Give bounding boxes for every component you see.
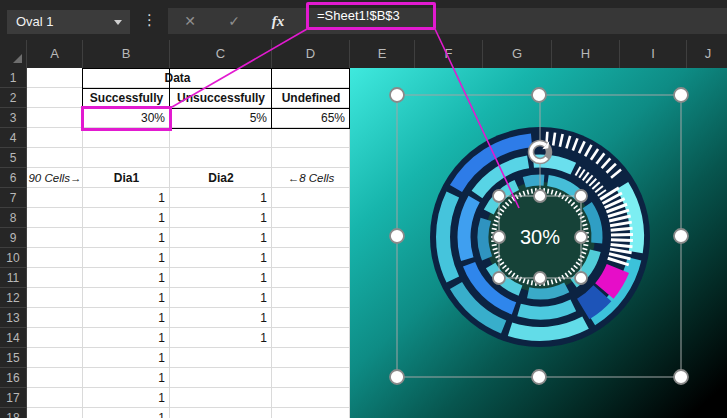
row-header-2[interactable]: 2 [0, 88, 27, 108]
worksheet-grid[interactable]: DataSuccessfullyUnsuccessfullyUndefined3… [27, 68, 350, 418]
row-header-14[interactable]: 14 [0, 328, 27, 348]
cell-C7[interactable]: 1 [170, 188, 272, 208]
gauge-chart-area[interactable]: 30% [350, 68, 727, 418]
select-all-icon [13, 54, 22, 63]
row-header-9[interactable]: 9 [0, 228, 27, 248]
row-header-3[interactable]: 3 [0, 108, 27, 128]
gauge-chart[interactable]: 30% [350, 68, 727, 418]
cell-B6[interactable]: Dia1 [83, 168, 170, 188]
excel-window: Oval 1 ⋮ ✕ ✓ fx =Sheet1!$B$3 ABCDEFGHIJ … [0, 0, 727, 418]
row-header-13[interactable]: 13 [0, 308, 27, 328]
cell-C14[interactable]: 1 [170, 328, 272, 348]
selection-handle[interactable] [390, 229, 404, 243]
selection-handle[interactable] [532, 370, 546, 384]
row-header-11[interactable]: 11 [0, 268, 27, 288]
row-header-8[interactable]: 8 [0, 208, 27, 228]
cell-C9[interactable]: 1 [170, 228, 272, 248]
cell-B16[interactable]: 1 [83, 368, 170, 388]
cell-C13[interactable]: 1 [170, 308, 272, 328]
cell-B12[interactable]: 1 [83, 288, 170, 308]
name-box[interactable]: Oval 1 [7, 10, 130, 34]
formula-bar: Oval 1 ⋮ ✕ ✓ fx =Sheet1!$B$3 [0, 0, 727, 40]
column-header-C[interactable]: C [170, 40, 272, 68]
insert-function-icon[interactable]: fx [264, 8, 292, 34]
column-header-B[interactable]: B [83, 40, 170, 68]
row-header-18[interactable]: 18 [0, 408, 27, 418]
cell-B11[interactable]: 1 [83, 268, 170, 288]
column-header-I[interactable]: I [620, 40, 687, 68]
row-header-7[interactable]: 7 [0, 188, 27, 208]
selection-handle[interactable] [493, 231, 505, 243]
cell-B10[interactable]: 1 [83, 248, 170, 268]
selection-handle[interactable] [534, 272, 546, 284]
column-header-A[interactable]: A [27, 40, 83, 68]
selection-handle[interactable] [493, 190, 505, 202]
selection-handle[interactable] [390, 88, 404, 102]
cell-B14[interactable]: 1 [83, 328, 170, 348]
column-header-G[interactable]: G [483, 40, 552, 68]
selection-handle[interactable] [674, 370, 688, 384]
row-header-16[interactable]: 16 [0, 368, 27, 388]
selection-handle[interactable] [575, 272, 587, 284]
gauge-center-value: 30% [520, 226, 560, 248]
cell-B15[interactable]: 1 [83, 348, 170, 368]
selection-handle[interactable] [534, 190, 546, 202]
cell-C11[interactable]: 1 [170, 268, 272, 288]
row-header-10[interactable]: 10 [0, 248, 27, 268]
selection-handle[interactable] [575, 231, 587, 243]
cell-B18[interactable]: 1 [83, 408, 170, 418]
row-header-12[interactable]: 12 [0, 288, 27, 308]
cell-B8[interactable]: 1 [83, 208, 170, 228]
cell-C8[interactable]: 1 [170, 208, 272, 228]
name-box-value: Oval 1 [16, 14, 54, 29]
chevron-down-icon[interactable] [114, 20, 122, 25]
referenced-cell-highlight-B3 [81, 106, 172, 131]
cell-B9[interactable]: 1 [83, 228, 170, 248]
selection-handle[interactable] [674, 88, 688, 102]
cell-C10[interactable]: 1 [170, 248, 272, 268]
formula-highlight-box: =Sheet1!$B$3 [306, 2, 436, 30]
row-header-17[interactable]: 17 [0, 388, 27, 408]
cell-B13[interactable]: 1 [83, 308, 170, 328]
cell-B7[interactable]: 1 [83, 188, 170, 208]
cell-A6[interactable]: 90 Cells→ [27, 168, 83, 188]
enter-icon[interactable]: ✓ [220, 8, 248, 34]
column-header-J[interactable]: J [687, 40, 727, 68]
row-header-6[interactable]: 6 [0, 168, 27, 188]
column-header-H[interactable]: H [552, 40, 620, 68]
row-header-1[interactable]: 1 [0, 68, 27, 88]
row-header-5[interactable]: 5 [0, 148, 27, 168]
formula-text[interactable]: =Sheet1!$B$3 [309, 5, 433, 27]
column-header-E[interactable]: E [350, 40, 415, 68]
data-table-border [82, 88, 350, 89]
data-table-border [271, 68, 272, 129]
formula-input-field[interactable] [168, 8, 727, 34]
cell-D6[interactable]: ←8 Cells [272, 168, 350, 188]
selection-handle[interactable] [532, 88, 546, 102]
row-header-15[interactable]: 15 [0, 348, 27, 368]
column-header-D[interactable]: D [272, 40, 350, 68]
cell-B17[interactable]: 1 [83, 388, 170, 408]
cancel-icon[interactable]: ✕ [176, 8, 204, 34]
row-header-4[interactable]: 4 [0, 128, 27, 148]
selection-handle[interactable] [390, 370, 404, 384]
cell-C12[interactable]: 1 [170, 288, 272, 308]
select-all-button[interactable] [0, 40, 27, 68]
column-header-F[interactable]: F [415, 40, 483, 68]
selection-handle[interactable] [575, 190, 587, 202]
cell-C6[interactable]: Dia2 [170, 168, 272, 188]
selection-handle[interactable] [493, 272, 505, 284]
selection-handle[interactable] [674, 229, 688, 243]
more-options-icon[interactable]: ⋮ [142, 11, 157, 29]
